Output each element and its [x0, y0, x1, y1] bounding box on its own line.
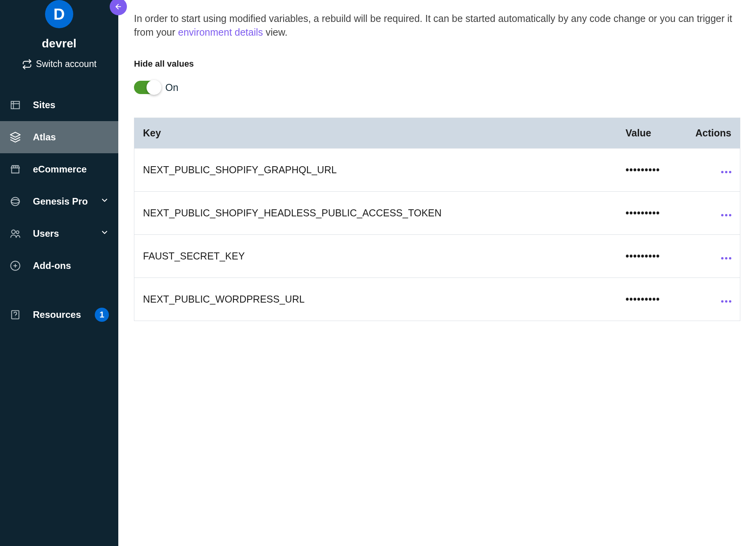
hide-values-label: Hide all values: [134, 59, 740, 69]
switch-account-button[interactable]: Switch account: [0, 59, 118, 69]
addons-icon: [9, 260, 21, 272]
main-content: In order to start using modified variabl…: [118, 0, 756, 546]
sidebar-item-label: Add-ons: [33, 260, 109, 271]
sidebar-item-label: Atlas: [33, 132, 109, 143]
hide-values-toggle[interactable]: [134, 81, 161, 94]
row-key: NEXT_PUBLIC_SHOPIFY_GRAPHQL_URL: [143, 164, 626, 176]
row-key: FAUST_SECRET_KEY: [143, 250, 626, 262]
info-text-post: view.: [263, 27, 288, 38]
row-value: •••••••••: [626, 250, 688, 262]
table-row: NEXT_PUBLIC_SHOPIFY_HEADLESS_PUBLIC_ACCE…: [134, 191, 740, 234]
sidebar-item-resources[interactable]: Resources 1: [0, 297, 118, 332]
row-actions: [688, 250, 731, 262]
info-text: In order to start using modified variabl…: [134, 12, 740, 39]
toggle-state-label: On: [165, 82, 178, 93]
header-key: Key: [143, 127, 626, 139]
row-value: •••••••••: [626, 207, 688, 219]
sidebar-item-atlas[interactable]: Atlas: [0, 121, 118, 153]
sidebar-item-label: eCommerce: [33, 164, 109, 175]
more-actions-button[interactable]: [721, 214, 731, 216]
hide-values-section: Hide all values On: [134, 59, 740, 94]
toggle-row: On: [134, 81, 740, 94]
toggle-knob: [146, 80, 161, 95]
chevron-down-icon: [100, 228, 109, 239]
svg-point-11: [16, 231, 19, 234]
users-icon: [9, 228, 21, 239]
row-key: NEXT_PUBLIC_WORDPRESS_URL: [143, 294, 626, 305]
switch-icon: [22, 59, 32, 69]
env-vars-table: Key Value Actions NEXT_PUBLIC_SHOPIFY_GR…: [134, 118, 740, 321]
more-actions-button[interactable]: [721, 257, 731, 259]
avatar-section: D devrel Switch account: [0, 0, 118, 69]
sidebar-item-label: Resources: [33, 309, 83, 320]
row-actions: [688, 164, 731, 176]
sidebar-item-sites[interactable]: Sites: [0, 89, 118, 121]
table-header: Key Value Actions: [134, 118, 740, 148]
svg-rect-1: [11, 102, 20, 109]
resources-icon: [9, 309, 21, 321]
nav: Sites Atlas eCommerce Genesis Pro: [0, 89, 118, 332]
more-actions-button[interactable]: [721, 171, 731, 173]
sidebar-item-ecommerce[interactable]: eCommerce: [0, 153, 118, 185]
svg-marker-4: [11, 132, 20, 138]
more-actions-button[interactable]: [721, 300, 731, 303]
atlas-icon: [9, 131, 21, 143]
switch-account-label: Switch account: [36, 59, 97, 69]
sidebar: D devrel Switch account Sites Atlas eCom…: [0, 0, 118, 546]
row-value: •••••••••: [626, 164, 688, 176]
account-name: devrel: [0, 37, 118, 50]
sidebar-item-label: Sites: [33, 100, 109, 111]
row-actions: [688, 294, 731, 305]
avatar: D: [45, 0, 73, 28]
avatar-letter: D: [54, 5, 65, 23]
ecommerce-icon: [9, 163, 21, 175]
row-key: NEXT_PUBLIC_SHOPIFY_HEADLESS_PUBLIC_ACCE…: [143, 207, 626, 219]
sidebar-item-label: Genesis Pro: [33, 196, 89, 207]
chevron-down-icon: [100, 196, 109, 207]
sidebar-item-users[interactable]: Users: [0, 218, 118, 250]
header-actions: Actions: [688, 127, 731, 139]
svg-point-9: [11, 200, 20, 203]
genesis-icon: [9, 196, 21, 207]
sidebar-item-label: Users: [33, 228, 89, 239]
sidebar-item-genesis-pro[interactable]: Genesis Pro: [0, 185, 118, 218]
sites-icon: [9, 99, 21, 111]
arrow-left-icon: [114, 3, 122, 11]
resources-badge: 1: [95, 308, 109, 322]
environment-details-link[interactable]: environment details: [178, 27, 263, 38]
header-value: Value: [626, 127, 688, 139]
table-row: NEXT_PUBLIC_SHOPIFY_GRAPHQL_URL ••••••••…: [134, 148, 740, 191]
table-row: FAUST_SECRET_KEY •••••••••: [134, 234, 740, 278]
table-row: NEXT_PUBLIC_WORDPRESS_URL •••••••••: [134, 278, 740, 321]
svg-point-8: [11, 198, 20, 206]
svg-point-10: [12, 230, 15, 234]
row-value: •••••••••: [626, 294, 688, 305]
sidebar-item-addons[interactable]: Add-ons: [0, 250, 118, 282]
row-actions: [688, 207, 731, 219]
